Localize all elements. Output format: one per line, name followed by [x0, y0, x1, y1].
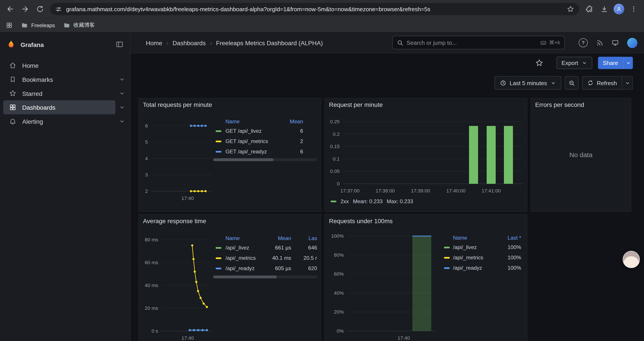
legend-series-name[interactable]: GET /api/_livez [226, 128, 282, 134]
time-range-picker[interactable]: Last 5 minutes [494, 76, 562, 90]
svg-text:0.05: 0.05 [330, 169, 340, 174]
chevron-down-icon[interactable] [118, 118, 125, 125]
tv-mode-icon[interactable] [612, 39, 619, 47]
chevron-down-icon[interactable] [118, 76, 125, 83]
legend-last-value: 20.5 r [291, 255, 317, 261]
share-button[interactable]: Share [598, 57, 623, 69]
zoom-out-icon[interactable] [565, 76, 579, 90]
legend-last-value: 100% [497, 244, 521, 250]
svg-text:80 ms: 80 ms [145, 237, 158, 242]
export-button[interactable]: Export [556, 57, 592, 69]
clock-icon [500, 80, 506, 86]
sidebar-item-alerting[interactable]: Alerting [0, 114, 130, 128]
legend-scrollbar[interactable] [213, 275, 317, 278]
legend-header-last[interactable]: Last * [497, 235, 521, 241]
svg-text:0%: 0% [337, 328, 344, 334]
legend-scrollbar[interactable] [213, 158, 317, 161]
export-label: Export [562, 60, 578, 66]
user-avatar[interactable] [627, 38, 638, 48]
help-icon[interactable]: ? [579, 38, 588, 47]
request-per-minute-chart: 0.250.20.150.10.05017:37:0017:38:0017:39… [325, 98, 528, 212]
url-text: grafana.mathmast.com/d/deytv4rwavabkb/fr… [66, 6, 563, 12]
svg-text:4: 4 [145, 156, 148, 161]
downloads-icon[interactable] [597, 2, 611, 16]
chevron-down-icon[interactable] [118, 90, 125, 97]
svg-text:0.25: 0.25 [330, 119, 340, 124]
scrollbar-thumb[interactable] [213, 275, 277, 278]
bookmarks-apps-icon[interactable] [6, 22, 13, 29]
share-dropdown-icon[interactable] [623, 57, 633, 69]
legend-series-name[interactable]: /api/_livez [226, 245, 268, 251]
legend-series-name[interactable]: GET /api/_readyz [226, 148, 282, 154]
floating-assistant-avatar[interactable] [623, 251, 640, 268]
legend-header-mean[interactable]: Mean [268, 235, 291, 241]
refresh-interval-dropdown[interactable] [622, 76, 633, 90]
grafana-sidebar: Grafana Home Bookmarks [0, 32, 131, 341]
breadcrumb: Home › Dashboards › Freeleaps Metrics Da… [146, 32, 323, 53]
chevron-down-icon [581, 60, 587, 66]
legend-series-name[interactable]: 2xx [340, 198, 349, 204]
legend-row: /api/_metrics 40.1 ms 20.5 r [213, 253, 317, 263]
grafana-logo[interactable] [6, 40, 16, 49]
sidebar-item-dashboards[interactable]: Dashboards [0, 100, 130, 114]
legend-header-mean[interactable]: Mean [282, 118, 303, 124]
bookmark-folder-blogs[interactable]: 收藏博客 [63, 21, 95, 29]
legend-header-last[interactable]: Las [291, 235, 317, 241]
svg-text:0.1: 0.1 [333, 156, 340, 162]
legend-series-name[interactable]: /api/_metrics [453, 254, 497, 261]
sidebar-item-label: Home [22, 62, 38, 69]
search-shortcut: ⌘+k [540, 39, 560, 46]
series-swatch [216, 267, 222, 269]
brand-row: Grafana [0, 35, 130, 53]
search-input[interactable]: Search or jump to... ⌘+k [392, 36, 565, 49]
legend-table: Name Mean Las /api/_livez 661 µs 646 /ap… [213, 233, 317, 273]
breadcrumb-home[interactable]: Home [146, 39, 162, 46]
url-bar[interactable]: grafana.mathmast.com/d/deytv4rwavabkb/fr… [50, 3, 579, 15]
keyboard-icon [540, 39, 547, 46]
site-settings-icon[interactable] [55, 6, 62, 13]
scrollbar-thumb[interactable] [213, 158, 273, 161]
svg-text:0.15: 0.15 [330, 144, 340, 149]
chevron-down-icon [550, 80, 556, 86]
favorite-star-icon[interactable] [535, 59, 544, 67]
forward-button[interactable] [18, 2, 32, 16]
legend-series-name[interactable]: /api/_metrics [226, 255, 268, 261]
legend-header-name[interactable]: Name [226, 235, 268, 241]
sidebar-item-home[interactable]: Home [0, 58, 130, 72]
search-icon [397, 39, 403, 46]
legend-series-name[interactable]: GET /api/_metrics [226, 138, 282, 144]
back-button[interactable] [3, 2, 17, 16]
news-rss-icon[interactable] [596, 39, 604, 47]
panel-request-per-minute: Request per minute 0.250.20.150.10.05017… [324, 98, 528, 212]
svg-text:17:40: 17:40 [182, 335, 194, 341]
legend-series-name[interactable]: /api/_readyz [226, 265, 268, 271]
dock-sidebar-icon[interactable] [116, 40, 124, 49]
share-split-button: Share [598, 57, 633, 69]
sidebar-item-bookmarks[interactable]: Bookmarks [0, 72, 130, 87]
reload-button[interactable] [33, 2, 47, 16]
legend-header-name[interactable]: Name [453, 235, 497, 241]
sidebar-item-starred[interactable]: Starred [0, 86, 130, 100]
sidebar-nav: Home Bookmarks Starred [0, 58, 130, 128]
series-swatch [216, 140, 222, 142]
series-swatch [444, 267, 450, 269]
legend-series-name[interactable]: /api/_readyz [453, 265, 497, 271]
bookmark-folder-freeleaps[interactable]: Freeleaps [21, 22, 55, 29]
panel-avg-response-time: Average response time 80 ms60 ms40 ms20 … [138, 214, 321, 341]
brand-label: Grafana [20, 41, 44, 48]
chevron-down-icon[interactable] [118, 104, 125, 111]
panel-total-requests: Total requests per minute 6543217:40 Nam… [138, 98, 321, 212]
extensions-icon[interactable] [582, 2, 596, 16]
series-swatch [444, 257, 450, 258]
breadcrumb-dashboards[interactable]: Dashboards [172, 39, 206, 46]
legend-header-name[interactable]: Name [226, 118, 282, 124]
bookmark-star-icon[interactable] [567, 5, 574, 13]
grafana-header: Home › Dashboards › Freeleaps Metrics Da… [131, 32, 644, 53]
series-swatch [216, 247, 222, 248]
browser-menu-icon[interactable] [627, 2, 641, 16]
browser-profile-avatar[interactable] [614, 4, 624, 15]
legend-row: GET /api/_livez 6 [213, 126, 317, 136]
legend-series-name[interactable]: /api/_livez [453, 244, 497, 250]
refresh-button[interactable]: Refresh [582, 76, 622, 90]
legend-header: Name Mean [213, 117, 317, 126]
